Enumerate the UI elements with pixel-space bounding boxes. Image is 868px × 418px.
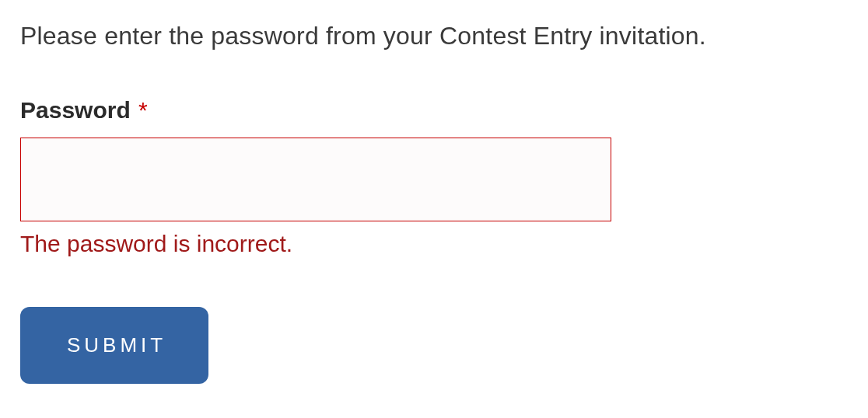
- password-label: Password *: [20, 97, 848, 124]
- error-message: The password is incorrect.: [20, 231, 848, 257]
- password-input[interactable]: [20, 138, 611, 221]
- password-label-text: Password: [20, 97, 131, 123]
- required-asterisk: *: [138, 97, 148, 123]
- instruction-text: Please enter the password from your Cont…: [20, 22, 848, 51]
- submit-button[interactable]: SUBMIT: [20, 307, 208, 384]
